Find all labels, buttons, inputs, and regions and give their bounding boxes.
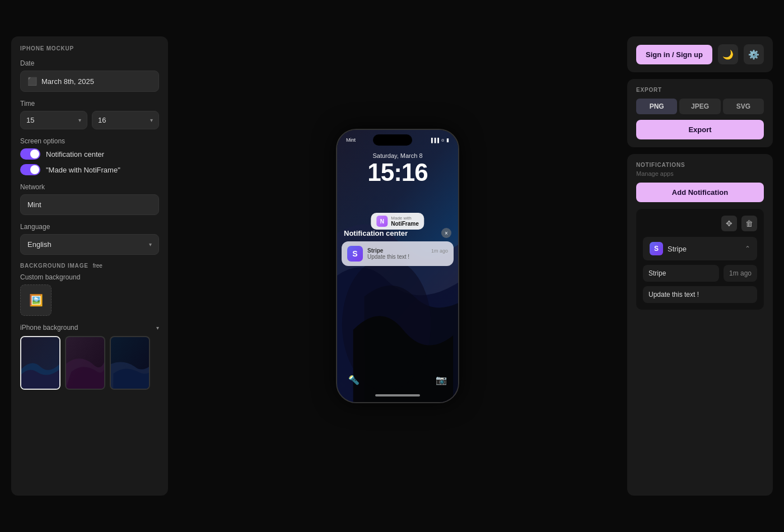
notiframe-icon: N — [376, 216, 388, 227]
status-bar: Mint ▐▐▐ ⌾ ▮ — [337, 134, 458, 146]
top-bar: Sign in / Sign up 🌙 ⚙️ — [627, 36, 773, 72]
notification-content: Stripe 1m ago Update this text ! — [367, 248, 448, 260]
dynamic-island — [373, 134, 412, 146]
signal-icon: ▐▐▐ — [430, 138, 439, 143]
notification-close-button[interactable]: × — [441, 228, 451, 238]
phone-wrapper: Mint ▐▐▐ ⌾ ▮ Saturday, March 8 15:16 N M… — [177, 36, 618, 496]
notification-card: S Stripe 1m ago Update this text ! — [342, 241, 454, 266]
chevron-down-icon: ▾ — [150, 117, 153, 123]
notification-center-toggle[interactable] — [20, 148, 40, 160]
phone-mockup: Mint ▐▐▐ ⌾ ▮ Saturday, March 8 15:16 N M… — [336, 129, 459, 403]
format-tabs: PNG JPEG SVG — [636, 99, 764, 114]
language-label: Language — [20, 223, 159, 231]
made-with-badge: N Made with NotiFrame — [371, 213, 424, 230]
time-label: Time — [20, 100, 159, 108]
upload-image-icon: 🖼️ — [29, 293, 43, 307]
move-button[interactable]: ✥ — [721, 216, 737, 231]
time-section: Time 15 ▾ 16 ▾ — [20, 100, 159, 129]
iphone-mockup-title: IPHONE MOCKUP — [20, 45, 159, 52]
iphone-bg-section: iPhone background ▾ — [20, 324, 159, 390]
flashlight-icon: 🔦 — [348, 375, 360, 385]
network-label: Network — [20, 183, 159, 191]
export-button[interactable]: Export — [636, 120, 764, 139]
notification-fields-row: Stripe 1m ago — [643, 265, 757, 282]
signin-button[interactable]: Sign in / Sign up — [636, 45, 712, 64]
notification-editor: ✥ 🗑 S Stripe ⌃ Stripe 1m ago Update this… — [636, 209, 764, 310]
right-panel: Sign in / Sign up 🌙 ⚙️ EXPORT PNG JPEG S… — [627, 36, 773, 496]
network-name: Mint — [346, 137, 356, 143]
language-select[interactable]: English ▾ — [20, 234, 159, 255]
notification-app-name: Stripe — [367, 248, 383, 254]
time-field[interactable]: 1m ago — [724, 265, 757, 282]
camera-icon: 📷 — [436, 375, 447, 385]
chevron-up-icon: ⌃ — [745, 245, 750, 253]
phone-date-time: Saturday, March 8 15:16 — [337, 152, 458, 186]
made-with-text: Made with NotiFrame — [391, 216, 418, 227]
notification-center-header: Notification center × — [342, 228, 454, 241]
settings-button[interactable]: ⚙️ — [744, 44, 764, 64]
left-panel: IPHONE MOCKUP Date ⬛ March 8th, 2025 Tim… — [11, 36, 168, 496]
phone-date: Saturday, March 8 — [337, 152, 458, 159]
screen-options-label: Screen options — [20, 137, 159, 145]
status-icons: ▐▐▐ ⌾ ▮ — [430, 137, 449, 143]
hour-select[interactable]: 15 ▾ — [20, 111, 87, 129]
made-with-toggle-row: "Made with NotiFrame" — [20, 164, 159, 175]
language-value: English — [27, 240, 52, 249]
bg-thumb-3[interactable] — [110, 336, 150, 390]
bg-free-badge: free — [93, 263, 102, 269]
format-jpeg-tab[interactable]: JPEG — [679, 99, 720, 114]
screen-options-section: Screen options Notification center "Made… — [20, 137, 159, 175]
add-notification-button[interactable]: Add Notification — [636, 183, 764, 202]
message-field[interactable]: Update this text ! — [643, 286, 757, 303]
notifications-section: NOTIFICATIONS Manage apps Add Notificati… — [627, 154, 773, 496]
date-value: March 8th, 2025 — [41, 77, 94, 86]
notification-time: 1m ago — [431, 248, 448, 254]
minute-value: 16 — [98, 116, 106, 124]
wifi-icon: ⌾ — [441, 137, 444, 143]
iphone-bg-label: iPhone background — [20, 324, 78, 332]
notification-center-title: Notification center — [344, 229, 408, 237]
made-with-toggle[interactable] — [20, 164, 40, 175]
calendar-icon: ⬛ — [27, 77, 37, 86]
network-input[interactable]: Mint — [20, 194, 159, 215]
minute-select[interactable]: 16 ▾ — [92, 111, 159, 129]
bg-thumb-2[interactable] — [65, 336, 105, 390]
dark-mode-button[interactable]: 🌙 — [718, 44, 738, 64]
chevron-down-icon: ▾ — [78, 117, 81, 123]
custom-bg-label: Custom background — [20, 273, 159, 281]
notification-app-icon: S — [347, 246, 363, 262]
phone-time: 15:16 — [337, 159, 458, 186]
date-input[interactable]: ⬛ March 8th, 2025 — [20, 71, 159, 92]
notifications-title: NOTIFICATIONS — [636, 162, 764, 168]
bg-image-section: BACKGROUND IMAGE free Custom background … — [20, 263, 159, 316]
move-icon: ✥ — [726, 219, 732, 228]
language-section: Language English ▾ — [20, 223, 159, 255]
export-section: EXPORT PNG JPEG SVG Export — [627, 79, 773, 147]
battery-icon: ▮ — [446, 137, 449, 143]
time-row: 15 ▾ 16 ▾ — [20, 111, 159, 129]
app-selector-name: Stripe — [668, 245, 740, 253]
app-selector[interactable]: S Stripe ⌃ — [643, 237, 757, 260]
sender-field[interactable]: Stripe — [643, 265, 719, 282]
custom-bg-upload[interactable]: 🖼️ — [20, 284, 52, 316]
phone-bottom-icons: 🔦 📷 — [337, 375, 458, 385]
network-section: Network Mint — [20, 183, 159, 215]
date-section: Date ⬛ March 8th, 2025 — [20, 59, 159, 92]
export-title: EXPORT — [636, 87, 764, 93]
hour-value: 15 — [26, 116, 34, 124]
format-svg-tab[interactable]: SVG — [723, 99, 764, 114]
home-bar — [375, 394, 420, 396]
phone-screen: Mint ▐▐▐ ⌾ ▮ Saturday, March 8 15:16 N M… — [337, 130, 458, 402]
chevron-down-icon: ▾ — [149, 241, 152, 248]
format-png-tab[interactable]: PNG — [636, 99, 677, 114]
made-with-label: "Made with NotiFrame" — [46, 166, 120, 174]
gear-icon: ⚙️ — [748, 49, 759, 60]
notification-message: Update this text ! — [367, 254, 448, 260]
manage-apps-label: Manage apps — [636, 170, 764, 177]
bg-thumb-1[interactable] — [20, 336, 60, 390]
chevron-down-icon: ▾ — [156, 325, 159, 331]
moon-icon: 🌙 — [722, 49, 734, 60]
bg-thumbnails — [20, 336, 159, 390]
delete-button[interactable]: 🗑 — [741, 216, 757, 231]
date-label: Date — [20, 59, 159, 67]
